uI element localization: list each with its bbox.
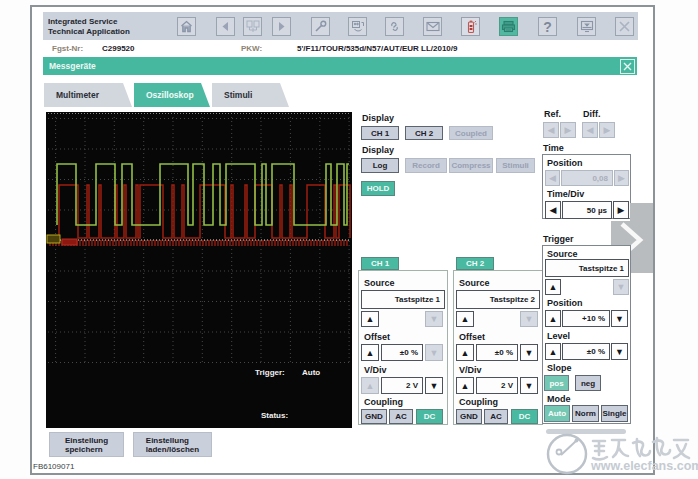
svg-text:www.elecfans.com: www.elecfans.com xyxy=(590,459,698,473)
